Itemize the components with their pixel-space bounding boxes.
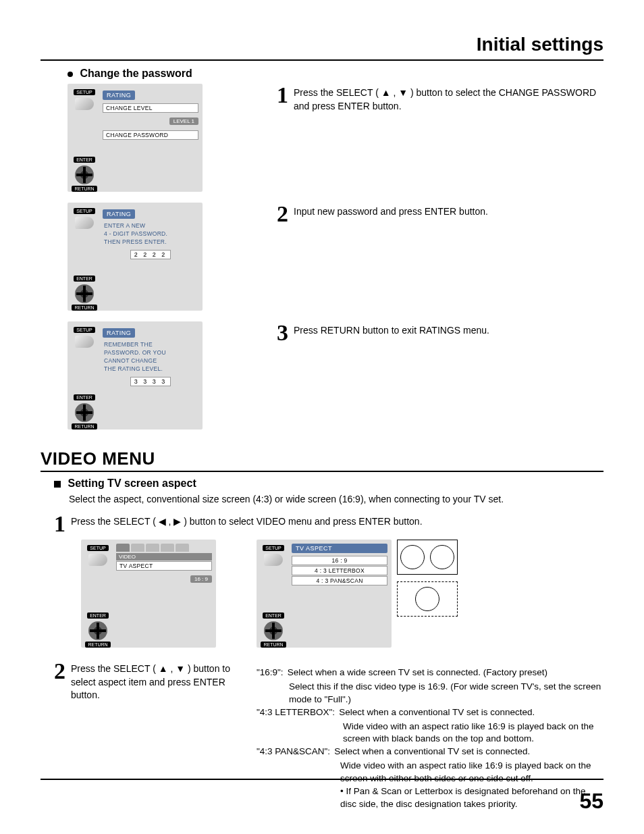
osd-title: RATING (103, 328, 135, 338)
return-label: RETURN (72, 186, 97, 192)
def-text: Select when a conventional TV set is con… (330, 746, 530, 758)
osd-msg: THEN PRESS ENTER. (103, 238, 198, 246)
footer-rule (41, 779, 603, 780)
step-number: 2 (277, 203, 288, 226)
enter-label: ENTER (74, 276, 95, 282)
osd-msg: 4 - DIGIT PASSWORD. (103, 230, 198, 238)
dpad-icon (75, 403, 94, 422)
osd-option: 4 : 3 PAN&SCAN (292, 576, 387, 585)
osd-item: TV ASPECT (116, 561, 212, 571)
osd-title: RATING (103, 90, 135, 100)
return-label: RETURN (72, 305, 97, 311)
osd-screen-rating-1: SETUP ENTER RETURN RATING CHANGE LEVEL L… (68, 84, 203, 192)
circle-icon (415, 587, 439, 611)
hand-icon (264, 554, 283, 566)
tab-icon (176, 544, 189, 552)
osd-password-input: 3 3 3 3 (130, 377, 171, 386)
osd-screen-rating-2: SETUP ENTER RETURN RATING ENTER A NEW 4 … (68, 203, 203, 311)
hand-icon (75, 98, 94, 110)
step-text: Press RETURN button to exit RATINGS menu… (294, 321, 489, 344)
osd-option: 4 : 3 LETTERBOX (292, 566, 387, 575)
osd-badge: LEVEL 1 (169, 118, 198, 125)
osd-msg: CANNOT CHANGE (103, 357, 198, 365)
circle-icon (430, 545, 454, 569)
page-header: Initial settings (41, 34, 603, 61)
aspect-definitions: "16:9": Select when a wide screen TV set… (257, 667, 603, 811)
osd-screen-video-menu: SETUP ENTER RETURN VIDEO TV ASPECT 16 : … (81, 540, 216, 648)
osd-option: 16 : 9 (292, 556, 387, 565)
enter-label: ENTER (263, 613, 284, 619)
def-text: • If Pan & Scan or Letterbox is designat… (257, 785, 603, 811)
osd-item: CHANGE LEVEL (103, 103, 198, 113)
def-label: "16:9": (257, 667, 284, 679)
setup-label: SETUP (74, 208, 95, 214)
step-text: Press the SELECT ( ▲ , ▼ ) button to sel… (71, 660, 257, 702)
circle-icon (400, 545, 425, 569)
tab-icon (146, 544, 159, 552)
return-label: RETURN (261, 642, 286, 648)
osd-item: CHANGE PASSWORD (103, 130, 198, 140)
osd-msg: THE RATING LEVEL. (103, 365, 198, 373)
osd-title: TV ASPECT (292, 544, 387, 553)
osd-msg: ENTER A NEW (103, 221, 198, 230)
video-menu-title: VIDEO MENU (41, 448, 603, 472)
setup-label: SETUP (74, 327, 95, 333)
dpad-icon (75, 165, 94, 184)
enter-label: ENTER (74, 394, 95, 400)
setup-label: SETUP (74, 89, 95, 95)
return-label: RETURN (85, 642, 110, 648)
video-desc: Select the aspect, conventional size scr… (69, 494, 603, 504)
subheading-text: Setting TV screen aspect (68, 477, 196, 489)
enter-label: ENTER (87, 613, 109, 619)
hand-icon (75, 336, 94, 348)
osd-value: 16 : 9 (190, 575, 212, 583)
wide-frame-icon (397, 540, 458, 575)
def-label: "4:3 PAN&SCAN": (257, 746, 330, 758)
return-label: RETURN (72, 423, 97, 429)
tab-icon (161, 544, 174, 552)
def-text: Select this if the disc video type is 16… (257, 681, 603, 706)
osd-password-input: 2 2 2 2 (130, 250, 171, 259)
step-number: 2 (54, 660, 65, 702)
setup-label: SETUP (263, 545, 284, 551)
osd-tab-label: VIDEO (116, 553, 212, 561)
def-text: Wide video with an aspect ratio like 16:… (257, 760, 603, 785)
change-password-heading: Change the password (68, 68, 603, 80)
step-number: 1 (277, 84, 288, 113)
dpad-icon (88, 621, 107, 640)
page-number: 55 (579, 789, 603, 814)
step-number: 1 (54, 513, 65, 536)
hand-icon (88, 554, 107, 566)
bullet-icon (68, 72, 73, 77)
def-text: Wide video with an aspect ratio like 16:… (257, 721, 603, 746)
square-bullet-icon (54, 481, 61, 488)
osd-screen-rating-3: SETUP ENTER RETURN RATING REMEMBER THE P… (68, 321, 203, 429)
osd-screen-tv-aspect: SETUP ENTER RETURN TV ASPECT 16 : 9 4 : … (257, 540, 392, 648)
osd-title: RATING (103, 209, 135, 219)
enter-label: ENTER (74, 157, 95, 163)
def-text: Select when a wide screen TV set is conn… (284, 667, 547, 679)
dpad-icon (75, 284, 94, 303)
narrow-frame-icon (397, 581, 458, 617)
osd-msg: REMEMBER THE (103, 340, 198, 348)
setup-label: SETUP (87, 545, 108, 551)
tab-icon (131, 544, 144, 552)
step-number: 3 (277, 321, 288, 344)
step-text: Press the SELECT ( ▲ , ▼ ) button to sel… (294, 84, 603, 113)
tab-icon (116, 544, 130, 552)
dpad-icon (264, 621, 283, 640)
osd-msg: PASSWORD. OR YOU (103, 348, 198, 357)
aspect-diagram (397, 540, 458, 653)
hand-icon (75, 217, 94, 229)
step-text: Input new password and press ENTER butto… (294, 203, 488, 226)
step-text: Press the SELECT ( ◀ , ▶ ) button to sel… (71, 513, 423, 529)
def-label: "4:3 LETTERBOX": (257, 706, 335, 719)
def-text: Select when a conventional TV set is con… (335, 706, 535, 719)
heading-text: Change the password (80, 68, 192, 79)
